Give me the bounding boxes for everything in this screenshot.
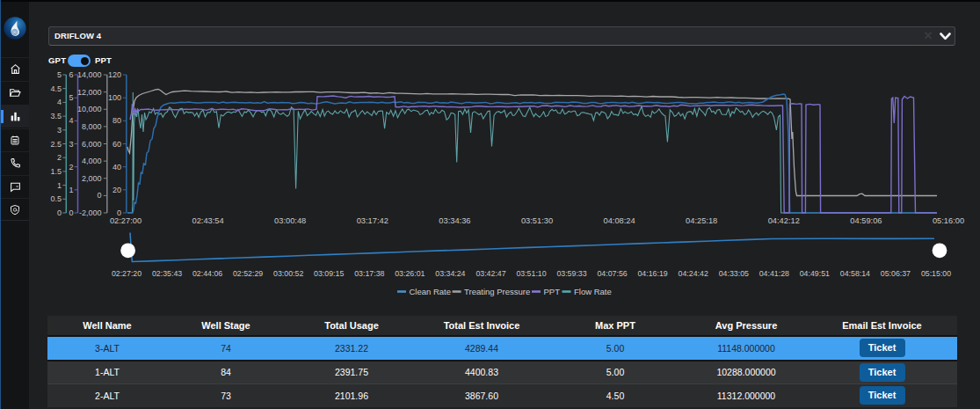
svg-text:0.5: 0.5 — [50, 194, 62, 203]
svg-text:4: 4 — [69, 116, 73, 125]
svg-text:05:15:00: 05:15:00 — [921, 269, 951, 278]
svg-text:04:08:24: 04:08:24 — [603, 216, 635, 225]
svg-text:12,000: 12,000 — [77, 88, 102, 97]
svg-text:05:16:00: 05:16:00 — [933, 216, 964, 225]
svg-text:04:59:06: 04:59:06 — [850, 216, 882, 225]
svg-text:03:26:01: 03:26:01 — [395, 269, 425, 278]
svg-text:04:58:14: 04:58:14 — [840, 269, 870, 278]
svg-text:4: 4 — [57, 98, 62, 106]
svg-text:2: 2 — [69, 163, 73, 172]
svg-text:120: 120 — [108, 70, 121, 79]
svg-text:4,000: 4,000 — [82, 157, 102, 165]
svg-text:04:24:42: 04:24:42 — [679, 269, 708, 278]
svg-text:0: 0 — [57, 208, 62, 217]
svg-text:03:00:48: 03:00:48 — [274, 216, 306, 225]
svg-text:1: 1 — [69, 186, 73, 194]
svg-text:03:42:47: 03:42:47 — [475, 269, 505, 278]
svg-text:3: 3 — [69, 140, 73, 149]
svg-text:04:41:28: 04:41:28 — [759, 269, 789, 278]
svg-text:14,000: 14,000 — [77, 70, 102, 79]
svg-text:02:44:06: 02:44:06 — [192, 269, 222, 278]
svg-text:2.5: 2.5 — [50, 140, 62, 149]
svg-text:80: 80 — [113, 116, 121, 125]
svg-text:6: 6 — [69, 70, 73, 79]
svg-text:03:00:52: 03:00:52 — [273, 269, 303, 278]
svg-text:02:27:20: 02:27:20 — [112, 269, 142, 278]
svg-text:03:17:38: 03:17:38 — [354, 269, 384, 278]
svg-text:04:07:56: 04:07:56 — [597, 269, 627, 278]
svg-text:03:34:36: 03:34:36 — [439, 216, 470, 225]
svg-text:Flow Rate: Flow Rate — [574, 287, 612, 296]
svg-text:03:34:24: 03:34:24 — [435, 269, 465, 278]
svg-text:6,000: 6,000 — [82, 140, 102, 149]
svg-text:8,000: 8,000 — [82, 122, 102, 131]
svg-text:-2,000: -2,000 — [79, 208, 102, 217]
svg-text:03:51:30: 03:51:30 — [521, 216, 553, 225]
svg-text:02:35:43: 02:35:43 — [152, 269, 182, 278]
svg-text:5: 5 — [57, 70, 62, 79]
svg-text:100: 100 — [108, 93, 121, 102]
svg-text:40: 40 — [113, 163, 121, 172]
svg-text:04:25:18: 04:25:18 — [686, 216, 717, 225]
svg-text:04:16:19: 04:16:19 — [637, 269, 667, 278]
svg-text:03:51:10: 03:51:10 — [516, 269, 546, 278]
svg-text:03:09:15: 03:09:15 — [314, 269, 344, 278]
svg-text:02:27:00: 02:27:00 — [110, 216, 142, 225]
svg-text:1.5: 1.5 — [50, 167, 62, 176]
svg-text:3: 3 — [57, 126, 62, 135]
svg-text:02:43:54: 02:43:54 — [192, 216, 223, 225]
svg-text:03:17:42: 03:17:42 — [357, 216, 388, 225]
svg-text:3.5: 3.5 — [50, 112, 62, 121]
svg-text:04:49:51: 04:49:51 — [800, 269, 830, 278]
svg-text:0: 0 — [97, 191, 101, 200]
svg-text:03:59:33: 03:59:33 — [556, 269, 586, 278]
svg-text:PPT: PPT — [544, 287, 561, 296]
svg-text:0: 0 — [69, 208, 73, 217]
svg-text:2: 2 — [57, 153, 62, 162]
svg-text:5: 5 — [69, 93, 73, 102]
svg-text:Clean Rate: Clean Rate — [410, 287, 452, 296]
svg-text:05:06:37: 05:06:37 — [881, 269, 911, 278]
svg-text:Treating Pressure: Treating Pressure — [464, 287, 530, 296]
svg-text:4.5: 4.5 — [50, 84, 62, 93]
svg-text:2,000: 2,000 — [82, 174, 102, 183]
svg-text:10,000: 10,000 — [77, 105, 102, 113]
svg-text:04:42:12: 04:42:12 — [768, 216, 800, 225]
svg-text:20: 20 — [113, 186, 121, 194]
svg-text:04:33:05: 04:33:05 — [719, 269, 749, 278]
svg-text:02:52:29: 02:52:29 — [233, 269, 263, 278]
svg-text:1: 1 — [57, 181, 62, 190]
svg-text:60: 60 — [113, 140, 121, 149]
